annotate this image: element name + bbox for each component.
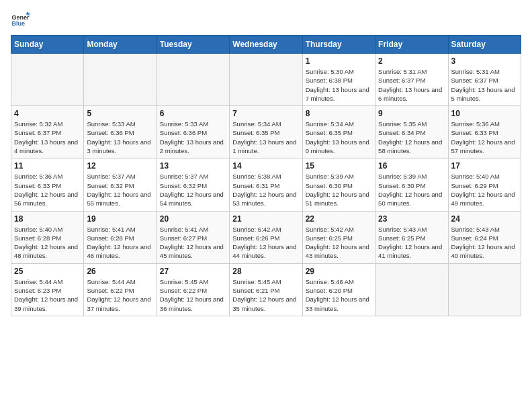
day-number: 3 [451,56,518,66]
day-number: 18 [14,214,81,224]
day-info: Sunrise: 5:43 AM Sunset: 6:25 PM Dayligh… [378,225,445,261]
day-info: Sunrise: 5:34 AM Sunset: 6:35 PM Dayligh… [306,120,372,155]
week-row-0: 1Sunrise: 5:30 AM Sunset: 6:38 PM Daylig… [11,54,521,106]
calendar-cell: 23Sunrise: 5:43 AM Sunset: 6:25 PM Dayli… [375,211,448,263]
calendar-cell: 29Sunrise: 5:46 AM Sunset: 6:20 PM Dayli… [302,263,375,316]
day-number: 9 [378,109,445,118]
weekday-header-wednesday: Wednesday [230,36,302,54]
calendar-cell: 21Sunrise: 5:42 AM Sunset: 6:26 PM Dayli… [230,211,302,263]
day-number: 19 [87,214,153,224]
calendar-table: SundayMondayTuesdayWednesdayThursdayFrid… [11,35,521,316]
day-number: 12 [87,161,153,171]
calendar-cell: 1Sunrise: 5:30 AM Sunset: 6:38 PM Daylig… [302,54,375,106]
day-number: 5 [87,109,153,118]
day-info: Sunrise: 5:41 AM Sunset: 6:28 PM Dayligh… [87,225,153,261]
day-info: Sunrise: 5:36 AM Sunset: 6:33 PM Dayligh… [451,120,518,155]
day-number: 21 [232,214,299,224]
week-row-3: 18Sunrise: 5:40 AM Sunset: 6:28 PM Dayli… [11,211,521,263]
calendar-cell: 24Sunrise: 5:43 AM Sunset: 6:24 PM Dayli… [448,211,521,263]
weekday-header-monday: Monday [84,36,157,54]
logo-icon: General Blue [11,11,30,30]
calendar-cell: 27Sunrise: 5:45 AM Sunset: 6:22 PM Dayli… [157,263,229,316]
calendar-cell [230,54,302,106]
calendar-cell: 18Sunrise: 5:40 AM Sunset: 6:28 PM Dayli… [11,211,84,263]
day-info: Sunrise: 5:40 AM Sunset: 6:29 PM Dayligh… [451,172,518,208]
svg-text:Blue: Blue [11,20,25,27]
page-header: General Blue [11,11,521,30]
week-row-2: 11Sunrise: 5:36 AM Sunset: 6:33 PM Dayli… [11,158,521,211]
calendar-cell: 17Sunrise: 5:40 AM Sunset: 6:29 PM Dayli… [448,158,521,211]
calendar-cell [11,54,84,106]
calendar-cell: 9Sunrise: 5:35 AM Sunset: 6:34 PM Daylig… [375,106,448,158]
calendar-cell: 11Sunrise: 5:36 AM Sunset: 6:33 PM Dayli… [11,158,84,211]
calendar-cell: 6Sunrise: 5:33 AM Sunset: 6:36 PM Daylig… [157,106,229,158]
calendar-cell: 19Sunrise: 5:41 AM Sunset: 6:28 PM Dayli… [84,211,157,263]
weekday-header-row: SundayMondayTuesdayWednesdayThursdayFrid… [11,36,521,54]
day-number: 4 [14,109,81,118]
weekday-header-thursday: Thursday [302,36,375,54]
day-number: 27 [160,267,226,276]
day-info: Sunrise: 5:30 AM Sunset: 6:38 PM Dayligh… [306,67,372,103]
day-number: 25 [14,267,81,276]
day-info: Sunrise: 5:38 AM Sunset: 6:31 PM Dayligh… [232,172,299,208]
day-number: 10 [451,109,518,118]
svg-text:General: General [11,14,30,21]
calendar-cell: 2Sunrise: 5:31 AM Sunset: 6:37 PM Daylig… [375,54,448,106]
day-number: 11 [14,161,81,171]
day-info: Sunrise: 5:42 AM Sunset: 6:25 PM Dayligh… [306,225,372,261]
day-number: 13 [160,161,226,171]
day-number: 8 [306,109,372,118]
calendar-body: 1Sunrise: 5:30 AM Sunset: 6:38 PM Daylig… [11,54,521,316]
day-info: Sunrise: 5:46 AM Sunset: 6:20 PM Dayligh… [306,277,372,313]
calendar-cell: 15Sunrise: 5:39 AM Sunset: 6:30 PM Dayli… [302,158,375,211]
day-number: 28 [232,267,299,276]
logo: General Blue [11,11,30,30]
day-info: Sunrise: 5:44 AM Sunset: 6:23 PM Dayligh… [14,277,81,313]
calendar-cell: 16Sunrise: 5:39 AM Sunset: 6:30 PM Dayli… [375,158,448,211]
day-info: Sunrise: 5:37 AM Sunset: 6:32 PM Dayligh… [160,172,226,208]
day-number: 29 [306,267,372,276]
calendar-cell: 5Sunrise: 5:33 AM Sunset: 6:36 PM Daylig… [84,106,157,158]
calendar-cell: 7Sunrise: 5:34 AM Sunset: 6:35 PM Daylig… [230,106,302,158]
day-info: Sunrise: 5:35 AM Sunset: 6:34 PM Dayligh… [378,120,445,155]
day-info: Sunrise: 5:45 AM Sunset: 6:22 PM Dayligh… [160,277,226,313]
day-number: 17 [451,161,518,171]
calendar-cell: 20Sunrise: 5:41 AM Sunset: 6:27 PM Dayli… [157,211,229,263]
calendar-cell: 28Sunrise: 5:45 AM Sunset: 6:21 PM Dayli… [230,263,302,316]
weekday-header-friday: Friday [375,36,448,54]
day-number: 22 [306,214,372,224]
calendar-cell [448,263,521,316]
day-number: 6 [160,109,226,118]
calendar-cell: 4Sunrise: 5:32 AM Sunset: 6:37 PM Daylig… [11,106,84,158]
day-info: Sunrise: 5:36 AM Sunset: 6:33 PM Dayligh… [14,172,81,208]
day-info: Sunrise: 5:42 AM Sunset: 6:26 PM Dayligh… [232,225,299,261]
day-info: Sunrise: 5:31 AM Sunset: 6:37 PM Dayligh… [451,67,518,103]
day-info: Sunrise: 5:41 AM Sunset: 6:27 PM Dayligh… [160,225,226,261]
day-number: 26 [87,267,153,276]
day-number: 2 [378,56,445,66]
calendar-cell: 13Sunrise: 5:37 AM Sunset: 6:32 PM Dayli… [157,158,229,211]
calendar-cell: 14Sunrise: 5:38 AM Sunset: 6:31 PM Dayli… [230,158,302,211]
calendar-cell: 3Sunrise: 5:31 AM Sunset: 6:37 PM Daylig… [448,54,521,106]
calendar-cell: 22Sunrise: 5:42 AM Sunset: 6:25 PM Dayli… [302,211,375,263]
day-number: 1 [306,56,372,66]
calendar-cell [84,54,157,106]
calendar-cell: 12Sunrise: 5:37 AM Sunset: 6:32 PM Dayli… [84,158,157,211]
day-info: Sunrise: 5:45 AM Sunset: 6:21 PM Dayligh… [232,277,299,313]
day-number: 15 [306,161,372,171]
day-info: Sunrise: 5:33 AM Sunset: 6:36 PM Dayligh… [87,120,153,155]
day-info: Sunrise: 5:31 AM Sunset: 6:37 PM Dayligh… [378,67,445,103]
day-info: Sunrise: 5:32 AM Sunset: 6:37 PM Dayligh… [14,120,81,155]
week-row-4: 25Sunrise: 5:44 AM Sunset: 6:23 PM Dayli… [11,263,521,316]
calendar-cell: 26Sunrise: 5:44 AM Sunset: 6:22 PM Dayli… [84,263,157,316]
day-number: 16 [378,161,445,171]
day-info: Sunrise: 5:34 AM Sunset: 6:35 PM Dayligh… [232,120,299,155]
day-number: 23 [378,214,445,224]
day-info: Sunrise: 5:33 AM Sunset: 6:36 PM Dayligh… [160,120,226,155]
day-info: Sunrise: 5:40 AM Sunset: 6:28 PM Dayligh… [14,225,81,261]
calendar-cell [157,54,229,106]
calendar-cell: 25Sunrise: 5:44 AM Sunset: 6:23 PM Dayli… [11,263,84,316]
calendar-cell: 8Sunrise: 5:34 AM Sunset: 6:35 PM Daylig… [302,106,375,158]
weekday-header-sunday: Sunday [11,36,84,54]
week-row-1: 4Sunrise: 5:32 AM Sunset: 6:37 PM Daylig… [11,106,521,158]
